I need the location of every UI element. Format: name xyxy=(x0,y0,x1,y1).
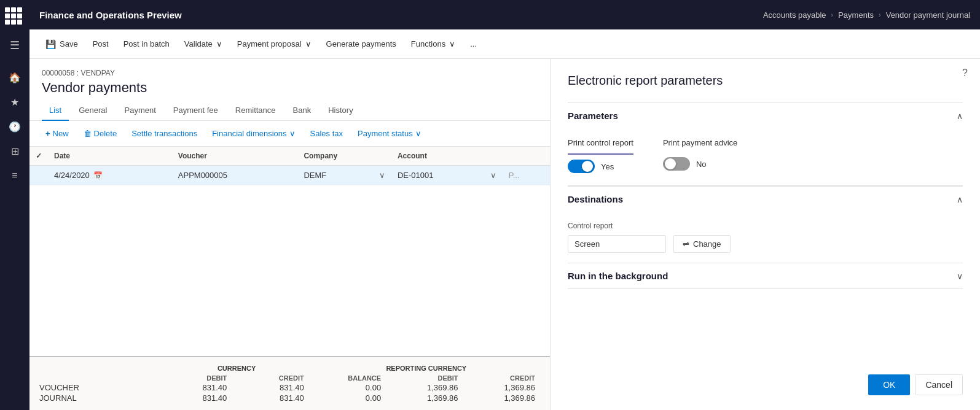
voucher-r-credit: 1,369.86 xyxy=(463,383,540,392)
financial-dim-chevron-icon: ∨ xyxy=(289,129,296,138)
change-button[interactable]: ⇌ Change xyxy=(673,235,731,253)
journal-debit: 831.40 xyxy=(155,393,232,403)
hamburger-icon[interactable]: ☰ xyxy=(4,34,26,56)
post-button[interactable]: Post xyxy=(87,36,115,52)
r-credit-col-header: CREDIT xyxy=(463,374,540,382)
company-dropdown-icon[interactable]: ∨ xyxy=(379,171,385,180)
currency-section-header: CURRENCY xyxy=(161,365,313,372)
row-date: 4/24/2020 📅 xyxy=(48,166,172,185)
voucher-summary-row: VOUCHER 831.40 831.40 0.00 1,369.86 1,36… xyxy=(39,383,540,392)
journal-r-debit: 1,369.86 xyxy=(386,393,463,403)
tab-remittance[interactable]: Remittance xyxy=(228,101,283,121)
home-icon[interactable]: 🏠 xyxy=(4,66,26,88)
grid-table: ✓ Date Voucher Company Account xyxy=(29,147,550,185)
trash-icon: 🗑 xyxy=(84,129,92,138)
calendar-icon[interactable]: 📅 xyxy=(93,171,103,180)
app-title: Finance and Operations Preview xyxy=(39,10,182,20)
breadcrumb-sep-1: › xyxy=(831,11,834,18)
save-button[interactable]: 💾 Save xyxy=(39,36,84,53)
run-background-label: Run in the background xyxy=(568,271,668,281)
print-advice-toggle[interactable] xyxy=(663,157,690,171)
voucher-debit: 831.40 xyxy=(155,383,232,392)
control-report-input[interactable] xyxy=(568,235,666,253)
journal-credit: 831.40 xyxy=(232,393,308,403)
voucher-credit: 831.40 xyxy=(232,383,308,392)
validate-chevron-icon: ∨ xyxy=(216,39,222,48)
more-button[interactable]: ... xyxy=(464,36,483,52)
journal-summary-row: JOURNAL 831.40 831.40 0.00 1,369.86 1,36… xyxy=(39,393,540,403)
breadcrumb-payments[interactable]: Payments xyxy=(838,10,874,20)
toggle-thumb-on xyxy=(582,161,593,172)
functions-chevron-icon: ∨ xyxy=(449,39,455,48)
r-debit-col-header: DEBIT xyxy=(386,374,463,382)
delete-button[interactable]: 🗑 Delete xyxy=(77,126,123,141)
credit-col-header: CREDIT xyxy=(232,374,308,382)
journal-title: Vendor payments xyxy=(42,80,538,96)
grid-toolbar: + New 🗑 Delete Settle transactions Finan… xyxy=(29,121,550,147)
report-panel-title: Electronic report parameters xyxy=(568,74,963,88)
tab-history[interactable]: History xyxy=(321,101,360,121)
favorites-icon[interactable]: ★ xyxy=(4,91,26,113)
account-column-header: Account xyxy=(391,147,503,166)
tab-payment[interactable]: Payment xyxy=(117,101,163,121)
modules-icon[interactable]: ≡ xyxy=(4,164,26,187)
payment-proposal-chevron-icon: ∨ xyxy=(305,39,312,48)
destinations-section-header[interactable]: Destinations ∧ xyxy=(568,186,963,212)
print-advice-value: No xyxy=(696,160,707,169)
help-icon[interactable]: ? xyxy=(962,68,968,79)
validate-button[interactable]: Validate ∨ xyxy=(178,36,229,52)
print-control-toggle[interactable] xyxy=(568,160,595,173)
ok-button[interactable]: OK xyxy=(868,374,910,395)
row-company: DEMF ∨ xyxy=(297,166,391,185)
topbar: Finance and Operations Preview Accounts … xyxy=(29,0,980,29)
row-checkbox[interactable] xyxy=(29,166,48,185)
toggle-group: Print control report Yes Print payment a… xyxy=(568,138,963,173)
post-batch-button[interactable]: Post in batch xyxy=(117,36,176,52)
payment-proposal-button[interactable]: Payment proposal ∨ xyxy=(231,36,318,52)
destinations-chevron-icon: ∧ xyxy=(957,195,963,204)
apps-grid-icon[interactable] xyxy=(4,5,26,27)
summary-footer: CURRENCY REPORTING CURRENCY DEBIT CREDIT… xyxy=(29,356,550,410)
check-all-header[interactable]: ✓ xyxy=(29,147,48,166)
content-area: 00000058 : VENDPAY Vendor payments List … xyxy=(29,59,980,410)
payment-status-chevron-icon: ∨ xyxy=(415,129,421,138)
breadcrumb-accounts-payable[interactable]: Accounts payable xyxy=(763,10,826,20)
generate-payments-button[interactable]: Generate payments xyxy=(320,36,402,52)
account-dropdown-icon[interactable]: ∨ xyxy=(490,171,496,180)
voucher-label: VOUCHER xyxy=(39,383,155,392)
print-advice-label: Print payment advice xyxy=(663,138,737,147)
recent-icon[interactable]: 🕐 xyxy=(4,115,26,137)
run-background-header[interactable]: Run in the background ∨ xyxy=(568,263,963,288)
functions-button[interactable]: Functions ∨ xyxy=(405,36,461,52)
new-button[interactable]: + New xyxy=(39,126,75,141)
workspaces-icon[interactable]: ⊞ xyxy=(4,140,26,162)
print-control-row: Yes xyxy=(568,160,633,173)
financial-dimensions-button[interactable]: Financial dimensions ∨ xyxy=(206,126,301,141)
tab-bank[interactable]: Bank xyxy=(286,101,319,121)
tab-payment-fee[interactable]: Payment fee xyxy=(166,101,225,121)
settle-transactions-button[interactable]: Settle transactions xyxy=(125,126,203,141)
journal-id: 00000058 : VENDPAY xyxy=(42,69,538,77)
report-panel: ? Electronic report parameters Parameter… xyxy=(551,59,980,410)
payment-status-button[interactable]: Payment status ∨ xyxy=(351,126,428,141)
journal-panel: 00000058 : VENDPAY Vendor payments List … xyxy=(29,59,551,410)
voucher-r-debit: 1,369.86 xyxy=(386,383,463,392)
cancel-button[interactable]: Cancel xyxy=(915,374,963,395)
voucher-balance: 0.00 xyxy=(309,383,386,392)
dest-row: ⇌ Change xyxy=(568,235,963,253)
print-control-label: Print control report xyxy=(568,138,633,147)
tab-general[interactable]: General xyxy=(71,101,114,121)
print-control-underline xyxy=(568,153,633,155)
extra-column-header xyxy=(503,147,550,166)
breadcrumb-journal[interactable]: Vendor payment journal xyxy=(886,10,970,20)
sales-tax-button[interactable]: Sales tax xyxy=(304,126,349,141)
print-advice-row: No xyxy=(663,157,737,171)
run-background-section: Run in the background ∨ xyxy=(568,263,963,289)
tab-list[interactable]: List xyxy=(42,101,69,121)
run-background-chevron-icon: ∨ xyxy=(957,271,963,281)
breadcrumb-sep-2: › xyxy=(879,11,881,18)
parameters-section-header[interactable]: Parameters ∧ xyxy=(568,102,963,128)
voucher-column-header: Voucher xyxy=(172,147,298,166)
toolbar: 💾 Save Post Post in batch Validate ∨ Pay… xyxy=(29,29,980,59)
table-row[interactable]: 4/24/2020 📅 APPM000005 DEMF ∨ xyxy=(29,166,550,185)
